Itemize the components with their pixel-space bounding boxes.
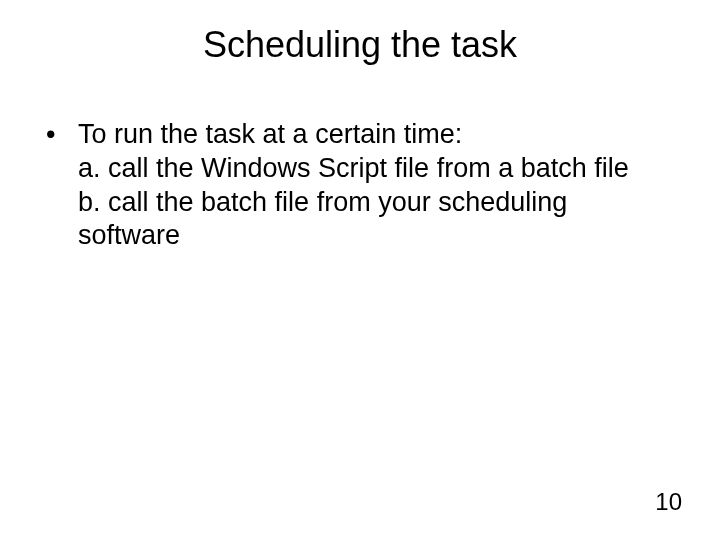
- page-number: 10: [655, 488, 682, 516]
- slide-title: Scheduling the task: [0, 24, 720, 66]
- bullet-item: • To run the task at a certain time:: [46, 118, 674, 152]
- bullet-symbol: •: [46, 118, 78, 152]
- bullet-lead-text: To run the task at a certain time:: [78, 118, 674, 152]
- bullet-sub-b: b. call the batch file from your schedul…: [78, 186, 674, 254]
- slide-body: • To run the task at a certain time: a. …: [46, 118, 674, 253]
- slide: Scheduling the task • To run the task at…: [0, 0, 720, 540]
- bullet-sub-a: a. call the Windows Script file from a b…: [78, 152, 674, 186]
